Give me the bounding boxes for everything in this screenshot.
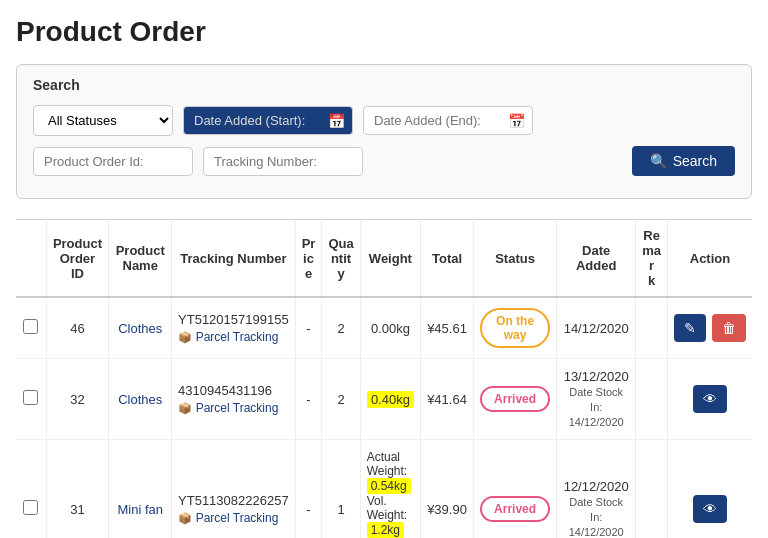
col-price: Price	[295, 220, 322, 298]
product-name-46: Clothes	[109, 297, 172, 359]
weight-31: Actual Weight: 0.54kg Vol. Weight: 1.2kg…	[360, 440, 420, 539]
view-button-31[interactable]: 👁	[693, 495, 727, 523]
col-checkbox	[16, 220, 46, 298]
search-section: Search All StatusesPendingOn the wayArri…	[16, 64, 752, 199]
product-name-32: Clothes	[109, 359, 172, 440]
search-button[interactable]: 🔍 Search	[632, 146, 735, 176]
col-order-id: Product Order ID	[46, 220, 109, 298]
remark-31	[636, 440, 668, 539]
remark-32	[636, 359, 668, 440]
date-31: 12/12/2020Date Stock In: 14/12/2020	[557, 440, 636, 539]
order-id-32: 32	[46, 359, 109, 440]
parcel-icon-31: 📦	[178, 512, 192, 524]
date-46: 14/12/2020	[557, 297, 636, 359]
col-action: Action	[667, 220, 752, 298]
row-checkbox-46[interactable]	[23, 319, 38, 334]
status-31: Arrived	[473, 440, 556, 539]
order-id-46: 46	[46, 297, 109, 359]
price-32: -	[295, 359, 322, 440]
total-31: ¥39.90	[421, 440, 474, 539]
total-32: ¥41.64	[421, 359, 474, 440]
status-32: Arrived	[473, 359, 556, 440]
order-id-input[interactable]	[33, 147, 193, 176]
weight-46: 0.00kg	[360, 297, 420, 359]
col-product-name: Product Name	[109, 220, 172, 298]
calendar-start-icon[interactable]: 📅	[328, 113, 345, 129]
parcel-icon-32: 📦	[178, 402, 192, 414]
total-46: ¥45.61	[421, 297, 474, 359]
view-button-32[interactable]: 👁	[693, 385, 727, 413]
price-46: -	[295, 297, 322, 359]
table-row: 46 Clothes YT5120157199155 📦 Parcel Trac…	[16, 297, 752, 359]
col-quantity: Quantity	[322, 220, 360, 298]
calendar-end-icon[interactable]: 📅	[508, 113, 525, 129]
tracking-input[interactable]	[203, 147, 363, 176]
col-weight: Weight	[360, 220, 420, 298]
table-row: 31 Mini fan YT5113082226257 📦 Parcel Tra…	[16, 440, 752, 539]
action-32: 👁	[667, 359, 752, 440]
action-46: ✎ 🗑	[667, 297, 752, 359]
col-total: Total	[421, 220, 474, 298]
qty-46: 2	[322, 297, 360, 359]
product-name-31: Mini fan	[109, 440, 172, 539]
col-date: Date Added	[557, 220, 636, 298]
tracking-46: YT5120157199155 📦 Parcel Tracking	[172, 297, 296, 359]
row-checkbox-32[interactable]	[23, 390, 38, 405]
search-icon: 🔍	[650, 153, 667, 169]
edit-button-46[interactable]: ✎	[674, 314, 706, 342]
status-46: On the way	[473, 297, 556, 359]
action-31: 👁	[667, 440, 752, 539]
table-row: 32 Clothes 4310945431196 📦 Parcel Tracki…	[16, 359, 752, 440]
qty-32: 2	[322, 359, 360, 440]
qty-31: 1	[322, 440, 360, 539]
page-title: Product Order	[16, 16, 752, 48]
tracking-32: 4310945431196 📦 Parcel Tracking	[172, 359, 296, 440]
row-checkbox-31[interactable]	[23, 500, 38, 515]
status-select[interactable]: All StatusesPendingOn the wayArrivedCanc…	[33, 105, 173, 136]
orders-table: Product Order ID Product Name Tracking N…	[16, 219, 752, 538]
parcel-icon-46: 📦	[178, 331, 192, 343]
col-status: Status	[473, 220, 556, 298]
search-section-title: Search	[33, 77, 735, 93]
col-tracking: Tracking Number	[172, 220, 296, 298]
delete-button-46[interactable]: 🗑	[712, 314, 746, 342]
col-remark: Remark	[636, 220, 668, 298]
remark-46	[636, 297, 668, 359]
price-31: -	[295, 440, 322, 539]
order-id-31: 31	[46, 440, 109, 539]
date-32: 13/12/2020Date Stock In: 14/12/2020	[557, 359, 636, 440]
weight-32: 0.40kg	[360, 359, 420, 440]
tracking-31: YT5113082226257 📦 Parcel Tracking	[172, 440, 296, 539]
